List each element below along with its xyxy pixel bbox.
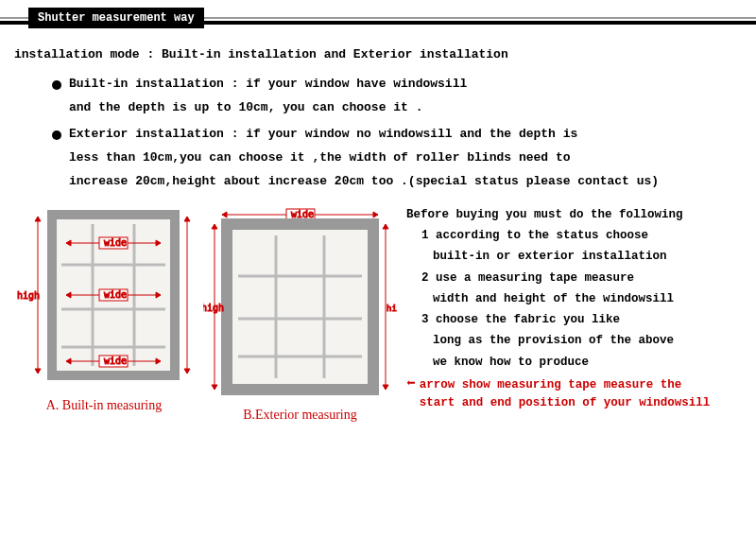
svg-text:wide: wide — [104, 356, 127, 366]
caption-b: B.Exterior measuring — [243, 408, 357, 423]
exterior-line1: Exterior installation : if your window n… — [69, 125, 742, 145]
step3b: long as the provision of the above — [406, 331, 742, 351]
builtin-line1: Built-in installation : if your window h… — [69, 75, 742, 95]
arrow-note: ⬅ arrow show measuring tape measure the … — [406, 376, 742, 412]
svg-text:high: high — [17, 290, 40, 301]
svg-marker-23 — [35, 369, 41, 374]
lower-row: wide wide wide high A. Built-in measurin… — [0, 205, 756, 423]
svg-text:high: high — [203, 303, 224, 313]
step2b: width and height of the windowsill — [406, 289, 742, 309]
svg-marker-30 — [373, 212, 378, 217]
step1a: 1 according to the status choose — [406, 226, 742, 246]
exterior-line2: less than 10cm,you can choose it ,the wi… — [69, 148, 742, 168]
svg-marker-26 — [184, 217, 190, 221]
bullet-icon — [52, 130, 61, 140]
diagram-b: wide high high B.Exterior measuring — [203, 205, 397, 423]
svg-rect-33 — [227, 224, 373, 390]
intro-line: installation mode : Built-in installatio… — [14, 45, 742, 65]
exterior-line3: increase 20cm,height about increase 20cm… — [69, 172, 742, 192]
arrow-note-line1: arrow show measuring tape measure the — [420, 376, 711, 394]
window-b-svg: wide high high — [203, 205, 397, 404]
bullet-item-builtin: Built-in installation : if your window h… — [52, 75, 742, 122]
arrow-note-line2: start and end position of your windowsil… — [420, 394, 711, 412]
builtin-line2: and the depth is up to 10cm, you can cho… — [69, 98, 742, 118]
svg-text:high: high — [387, 304, 397, 313]
svg-marker-41 — [212, 385, 217, 390]
steps-lead: Before buying you must do the following — [406, 205, 742, 225]
content-area: installation mode : Built-in installatio… — [0, 26, 756, 196]
header-badge: Shutter measurement way — [28, 8, 204, 28]
svg-marker-40 — [212, 224, 217, 229]
svg-text:wide: wide — [104, 237, 127, 248]
svg-marker-45 — [383, 385, 388, 390]
caption-a: A. Built-in measuring — [46, 398, 163, 413]
bullet-item-exterior: Exterior installation : if your window n… — [52, 125, 742, 195]
bullet-icon — [52, 80, 61, 90]
step2a: 2 use a measuring tape measure — [406, 269, 742, 288]
left-arrow-icon: ⬅ — [406, 376, 416, 391]
diagram-a: wide wide wide high A. Built-in measurin… — [14, 205, 194, 423]
step1b: built-in or exterior installation — [406, 247, 742, 267]
svg-marker-22 — [35, 217, 41, 221]
svg-marker-44 — [383, 224, 388, 229]
svg-text:wide: wide — [104, 289, 127, 300]
step3a: 3 choose the fabric you like — [406, 310, 742, 330]
header-band: Shutter measurement way — [0, 0, 756, 26]
window-a-svg: wide wide wide high — [14, 205, 194, 394]
svg-marker-29 — [222, 212, 227, 217]
svg-text:wide: wide — [291, 209, 314, 219]
svg-marker-27 — [184, 369, 190, 374]
steps-block: Before buying you must do the following … — [406, 205, 742, 423]
step3c: we know how to produce — [406, 353, 742, 373]
